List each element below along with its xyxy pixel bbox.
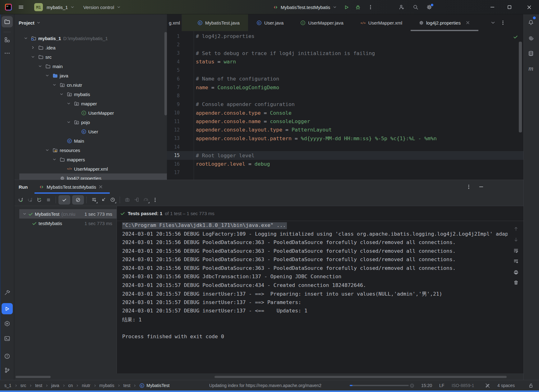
breadcrumb-item[interactable]: test (123, 383, 131, 388)
project-tree-row[interactable]: main (14, 62, 167, 71)
breadcrumb-item[interactable]: test (35, 383, 42, 388)
services-tool-button[interactable] (4, 321, 10, 327)
show-passed-button[interactable] (58, 195, 70, 205)
project-tree-row[interactable]: mapper (14, 99, 167, 108)
editor-tab-log4j2.properties[interactable]: log4j2.properties (411, 14, 478, 31)
scroll-to-end-icon[interactable] (514, 259, 519, 264)
terminal-tool-button[interactable] (4, 335, 10, 342)
code-with-me-icon[interactable] (399, 0, 404, 14)
breadcrumb-item[interactable]: src (21, 383, 26, 388)
test-tree-row[interactable]: testMybatis1 sec 773 ms (14, 219, 117, 228)
maven-tool-icon[interactable]: m (528, 64, 533, 72)
test-history-button[interactable] (141, 196, 150, 204)
project-badge[interactable]: M1 (34, 0, 43, 14)
project-scrollbar[interactable] (164, 32, 167, 115)
clock-widget[interactable]: 15:20 (421, 380, 432, 391)
soft-wrap-icon[interactable] (514, 248, 519, 253)
run-config-selector[interactable]: MybatisTest.testMybatis (273, 0, 337, 14)
breadcrumb-item[interactable]: java (51, 383, 59, 388)
window-minimize-button[interactable] (490, 0, 495, 14)
project-tree-row[interactable]: java (14, 71, 167, 80)
notifications-bell-icon[interactable] (528, 20, 534, 26)
chevron-down-icon[interactable] (67, 120, 71, 124)
rerun-button[interactable] (16, 196, 25, 204)
project-tool-button[interactable] (2, 16, 13, 27)
editor-tab-MybatisTest.java[interactable]: CMybatisTest.java (182, 14, 248, 31)
project-tree-row[interactable]: CUser (14, 127, 167, 136)
editor-tab-UserMapper.java[interactable]: IUserMapper.java (292, 14, 352, 31)
run-toolbar-more-icon[interactable] (150, 196, 160, 204)
chevron-down-icon[interactable] (67, 101, 71, 106)
project-tree-row[interactable]: IUserMapper (14, 108, 167, 118)
project-tree-row[interactable]: CMain (14, 136, 167, 145)
toggle-auto-test-button[interactable] (35, 196, 44, 204)
breadcrumb-item[interactable]: niutr (82, 383, 90, 388)
indent-widget[interactable]: 4 spaces (497, 380, 515, 391)
search-everywhere-icon[interactable] (413, 0, 418, 14)
encoding-widget[interactable]: ISO-8859-1 (452, 380, 474, 391)
chevron-down-icon[interactable] (24, 36, 28, 40)
chevron-right-icon[interactable] (31, 45, 35, 50)
test-snapshot-button[interactable] (122, 196, 132, 204)
project-selector[interactable]: mybatis_1 (47, 0, 75, 14)
scroll-down-icon[interactable] (514, 237, 519, 242)
editor-tab-g.xml[interactable]: g.xml (167, 14, 182, 31)
project-tree-row[interactable]: .idea (14, 43, 167, 52)
more-tools-icon[interactable] (4, 50, 10, 56)
breadcrumb-item[interactable]: cn (68, 383, 73, 388)
console-hscrollbar[interactable] (214, 376, 507, 378)
test-tree-row[interactable]: MybatisTest(cn.niu1 sec 773 ms (19, 209, 117, 219)
print-icon[interactable] (514, 270, 519, 275)
run-panel-title[interactable]: Run (19, 180, 28, 194)
window-close-button[interactable] (527, 0, 532, 14)
hidden-tabs-chevron-icon[interactable] (491, 20, 495, 25)
sort-by-duration-button[interactable] (108, 196, 117, 204)
debug-button[interactable] (355, 0, 361, 14)
breadcrumb-item[interactable]: mybatis (99, 383, 114, 388)
readonly-lock-icon[interactable] (528, 380, 534, 391)
editor-tab-UserMapper.xml[interactable]: </>UserMapper.xml (352, 14, 411, 31)
run-tool-button[interactable] (2, 303, 13, 314)
breadcrumb-item[interactable]: s_1 (4, 383, 12, 388)
structure-tool-button[interactable] (4, 37, 10, 43)
breadcrumbs[interactable]: s_1srctestjavacnniutrmybatistestCMybatis… (4, 380, 169, 391)
stop-button[interactable] (44, 196, 53, 204)
project-tree-row[interactable]: mybatis_1D:\mybatis\mybatis_1 (14, 34, 167, 43)
project-tree-row[interactable]: cn.niutr (14, 80, 167, 90)
highlighting-level-icon[interactable] (485, 380, 490, 391)
chevron-down-icon[interactable] (52, 83, 57, 87)
more-actions-kebab-icon[interactable] (368, 0, 373, 14)
line-separator-widget[interactable]: LF (439, 380, 444, 391)
project-tree-row[interactable]: resources (14, 145, 167, 155)
run-button[interactable] (344, 0, 349, 14)
main-menu-burger-icon[interactable] (18, 0, 24, 14)
chevron-down-icon[interactable] (38, 64, 42, 68)
cancel-indexing-icon[interactable] (409, 380, 415, 391)
chevron-down-icon[interactable] (31, 55, 35, 59)
window-maximize-button[interactable] (507, 0, 512, 14)
project-panel-header[interactable]: Project (14, 14, 167, 31)
breadcrumb-item[interactable]: CMybatisTest (139, 383, 169, 388)
build-tool-button[interactable] (4, 289, 10, 296)
run-console[interactable]: "C:\Program Files\Java\jdk1.8.0_171\bin\… (117, 221, 508, 373)
chevron-down-icon[interactable] (59, 92, 64, 96)
run-tab-close-icon[interactable] (99, 185, 103, 189)
project-tree-row[interactable]: mappers (14, 155, 167, 164)
ai-assistant-icon[interactable] (528, 35, 534, 41)
import-tests-button[interactable] (132, 196, 141, 204)
tab-options-kebab-icon[interactable] (500, 20, 505, 25)
run-panel-options-icon[interactable] (466, 184, 471, 189)
editor-tab-User.java[interactable]: CUser.java (248, 14, 292, 31)
clear-all-icon[interactable] (514, 280, 519, 285)
chevron-down-icon[interactable] (45, 148, 49, 152)
tab-close-icon[interactable] (466, 21, 470, 25)
project-tree-row[interactable]: src (14, 52, 167, 62)
project-tree-row[interactable]: pojo (14, 118, 167, 127)
vcs-widget[interactable]: Version control (83, 0, 121, 14)
rerun-failed-button[interactable] (25, 196, 35, 204)
settings-gear-icon[interactable] (426, 0, 432, 14)
editor[interactable]: 1# log4j2.properties23# Set to debug or … (167, 31, 523, 180)
chevron-down-icon[interactable] (45, 73, 49, 78)
project-tree-row[interactable]: </>UserMapper.xml (14, 164, 167, 173)
editor-scrollbar[interactable] (519, 42, 522, 132)
